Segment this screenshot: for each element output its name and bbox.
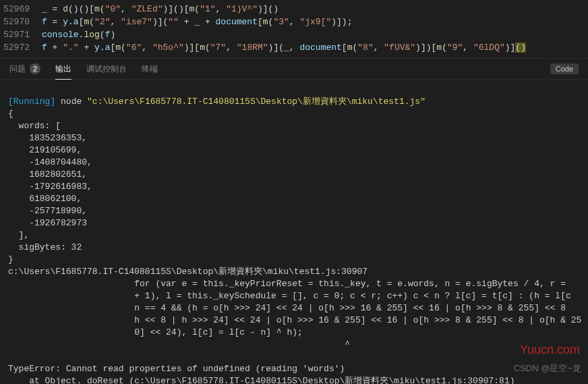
code-line[interactable]: 52972f + "." + y.a[m("6", "h5o^")][m("7"… (0, 41, 588, 54)
out-error2: at Object._doReset (c:\Users\F1685778.IT… (8, 376, 515, 384)
tab-output[interactable]: 输出 (55, 59, 71, 80)
output-panel[interactable]: [Running] node "c:\Users\F1685778.IT-C14… (0, 80, 588, 384)
out-for-l2: + 1), l = this._keySchedule = [], c = 0;… (8, 291, 571, 301)
cmd-path: "c:\Users\F1685778.IT-C14080115S\Desktop… (87, 97, 425, 107)
tab-debug-label: 调试控制台 (86, 63, 127, 75)
out-words-close: ], (8, 230, 29, 240)
output-channel-selector[interactable]: Code (550, 63, 579, 74)
out-caret: ^ (8, 339, 350, 350)
out-word-values: 1835236353, 219105699, -1408704480, 1682… (8, 132, 580, 229)
tab-terminal-label: 终端 (142, 63, 158, 75)
out-sigbytes: sigBytes: 32 (8, 242, 82, 252)
line-number: 52970 (0, 16, 42, 28)
panel-tab-bar: 问题 2 输出 调试控制台 终端 Code (0, 58, 588, 80)
code-content[interactable]: console.log(f) (42, 28, 588, 41)
problems-count-badge: 2 (30, 63, 40, 74)
tab-problems-label: 问题 (9, 63, 26, 75)
out-obj-open: { (8, 109, 13, 119)
running-tag: [Running] (8, 97, 55, 107)
code-content[interactable]: _ = d()()[m("0", "ZLEd")]()[m("1", "1)V^… (42, 3, 588, 16)
code-line[interactable]: 52969_ = d()()[m("0", "ZLEd")]()[m("1", … (0, 3, 588, 16)
line-number: 52972 (0, 41, 42, 54)
out-trace-path: c:\Users\F1685778.IT-C14080115S\Desktop\… (8, 267, 368, 277)
tab-output-label: 输出 (55, 63, 71, 75)
line-number: 52971 (0, 28, 42, 41)
line-number: 52969 (0, 3, 42, 16)
code-line[interactable]: 52971console.log(f) (0, 28, 588, 41)
code-line[interactable]: 52970f = y.a[m("2", "ise7")]("" + _ + do… (0, 16, 588, 28)
editor-pane: 52969_ = d()()[m("0", "ZLEd")]()[m("1", … (0, 0, 588, 58)
out-error: TypeError: Cannot read properties of und… (8, 364, 345, 374)
out-for-l4: h << 8 | h >>> 24] << 24 | o[h >>> 16 & … (8, 315, 581, 325)
out-obj-close: } (8, 254, 13, 265)
tab-debug-console[interactable]: 调试控制台 (86, 59, 127, 79)
code-content[interactable]: f = y.a[m("2", "ise7")]("" + _ + documen… (42, 16, 588, 28)
tab-terminal[interactable]: 终端 (142, 59, 158, 79)
out-for-l1: for (var e = this._keyPriorReset = this.… (8, 279, 571, 289)
code-content[interactable]: f + "." + y.a[m("6", "h5o^")][m("7", "18… (42, 41, 588, 54)
out-for-l3: n == 4 && (h = o[h >>> 24] << 24 | o[h >… (8, 303, 571, 313)
tab-problems[interactable]: 问题 2 (9, 59, 40, 79)
cmd-node: node (61, 97, 82, 107)
out-blank (8, 352, 13, 362)
out-for-l5: 0] << 24), l[c] = l[c - n] ^ h); (8, 327, 303, 337)
out-words-open: words: [ (8, 121, 61, 131)
